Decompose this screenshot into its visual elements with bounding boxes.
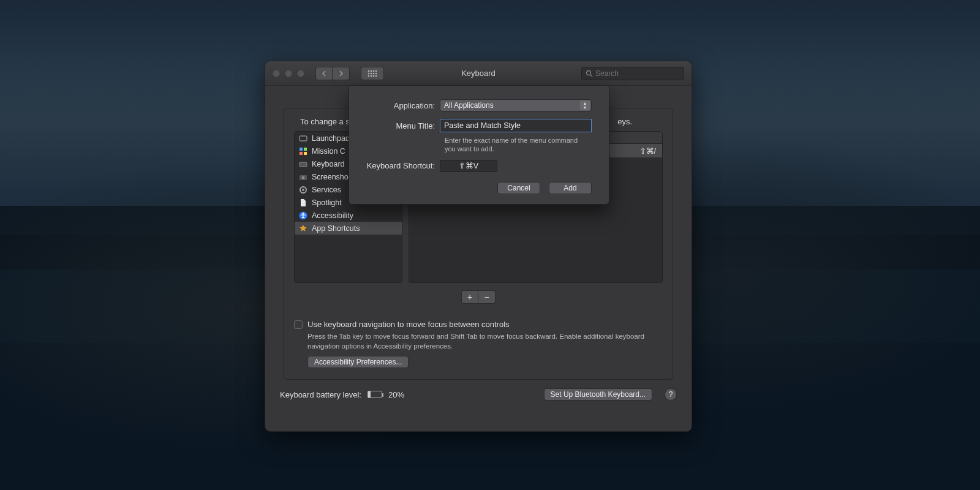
svg-rect-18 bbox=[304, 152, 307, 155]
svg-point-10 bbox=[373, 75, 375, 77]
svg-rect-14 bbox=[300, 136, 307, 141]
help-button[interactable]: ? bbox=[665, 388, 677, 401]
add-button[interactable]: + bbox=[461, 290, 478, 304]
close-icon[interactable] bbox=[273, 70, 280, 77]
grid4-icon bbox=[298, 146, 308, 156]
battery-icon bbox=[368, 391, 382, 398]
category-label: Accessibility bbox=[312, 211, 353, 220]
remove-button[interactable]: − bbox=[478, 290, 496, 304]
svg-rect-17 bbox=[300, 152, 303, 155]
nav-group bbox=[315, 67, 350, 80]
chevron-updown-icon: ▲▼ bbox=[580, 100, 590, 110]
svg-rect-16 bbox=[304, 148, 307, 151]
shortcut-row-keys: ⇧⌘/ bbox=[639, 146, 656, 156]
svg-point-0 bbox=[368, 70, 370, 72]
star-icon bbox=[298, 224, 308, 233]
checkbox-icon bbox=[294, 320, 303, 329]
application-value: All Applications bbox=[444, 101, 494, 110]
keyboard-nav-checkbox[interactable]: Use keyboard navigation to move focus be… bbox=[294, 320, 663, 329]
back-button[interactable] bbox=[315, 67, 333, 80]
search-input[interactable] bbox=[595, 69, 687, 78]
keyboard-icon bbox=[298, 159, 308, 169]
add-confirm-button[interactable]: Add bbox=[549, 182, 592, 194]
preferences-window: Keyboard To change a sh eys. LaunchpadMi… bbox=[265, 61, 692, 432]
window-controls bbox=[273, 70, 304, 77]
cancel-button[interactable]: Cancel bbox=[497, 182, 540, 194]
checkbox-label: Use keyboard navigation to move focus be… bbox=[307, 320, 510, 329]
camera-icon bbox=[298, 172, 308, 182]
svg-point-6 bbox=[373, 72, 375, 74]
add-shortcut-sheet: Application: All Applications ▲▼ Menu Ti… bbox=[349, 85, 609, 205]
rocket-icon bbox=[298, 134, 308, 143]
instruction-text: To change a sh bbox=[300, 117, 354, 126]
minimize-icon[interactable] bbox=[285, 70, 292, 77]
menu-title-label: Menu Title: bbox=[366, 121, 440, 130]
titlebar: Keyboard bbox=[265, 61, 692, 86]
svg-rect-15 bbox=[300, 148, 303, 151]
category-label: Keyboard bbox=[312, 160, 345, 168]
svg-point-11 bbox=[375, 75, 377, 77]
menu-title-hint: Enter the exact name of the menu command… bbox=[445, 136, 592, 154]
zoom-icon[interactable] bbox=[297, 70, 304, 77]
category-label: App Shortcuts bbox=[312, 224, 360, 233]
doc-icon bbox=[298, 198, 308, 208]
svg-point-9 bbox=[371, 75, 372, 77]
category-row[interactable]: Accessibility bbox=[295, 209, 402, 222]
category-label: Launchpad bbox=[312, 134, 350, 143]
instruction-text-end: eys. bbox=[617, 117, 632, 126]
application-select[interactable]: All Applications ▲▼ bbox=[440, 99, 592, 111]
svg-point-3 bbox=[375, 70, 377, 72]
svg-point-12 bbox=[587, 70, 591, 75]
svg-point-23 bbox=[302, 189, 304, 191]
menu-title-input[interactable] bbox=[440, 119, 592, 132]
footer: Keyboard battery level: 20% Set Up Bluet… bbox=[265, 380, 692, 401]
keyboard-nav-hint: Press the Tab key to move focus forward … bbox=[307, 331, 663, 351]
shortcut-label: Keyboard Shortcut: bbox=[366, 161, 440, 170]
svg-point-25 bbox=[303, 213, 304, 214]
battery-label: Keyboard battery level: bbox=[280, 390, 361, 399]
search-field[interactable] bbox=[581, 67, 684, 80]
svg-line-13 bbox=[590, 75, 592, 77]
svg-point-7 bbox=[375, 72, 377, 74]
svg-point-2 bbox=[373, 70, 375, 72]
show-all-button[interactable] bbox=[361, 67, 384, 80]
category-label: Mission C bbox=[312, 147, 345, 156]
battery-percent: 20% bbox=[388, 390, 404, 399]
gear-icon bbox=[298, 185, 308, 195]
svg-point-1 bbox=[371, 70, 372, 72]
search-icon bbox=[586, 70, 593, 77]
svg-rect-19 bbox=[300, 162, 307, 167]
accessibility-prefs-button[interactable]: Accessibility Preferences... bbox=[307, 356, 409, 368]
forward-button[interactable] bbox=[333, 67, 350, 80]
svg-point-4 bbox=[368, 72, 370, 74]
shortcut-input[interactable]: ⇧⌘V bbox=[440, 160, 497, 172]
add-remove-group: + − bbox=[461, 290, 496, 304]
application-label: Application: bbox=[366, 101, 440, 110]
access-icon bbox=[298, 211, 308, 221]
category-label: Screenshot bbox=[312, 173, 350, 181]
bluetooth-keyboard-button[interactable]: Set Up Bluetooth Keyboard... bbox=[544, 388, 652, 401]
svg-point-5 bbox=[371, 72, 372, 74]
category-label: Services bbox=[312, 186, 341, 194]
svg-point-21 bbox=[302, 176, 305, 179]
category-label: Spotlight bbox=[312, 198, 342, 207]
category-row[interactable]: App Shortcuts bbox=[295, 222, 402, 235]
svg-point-8 bbox=[368, 75, 370, 77]
